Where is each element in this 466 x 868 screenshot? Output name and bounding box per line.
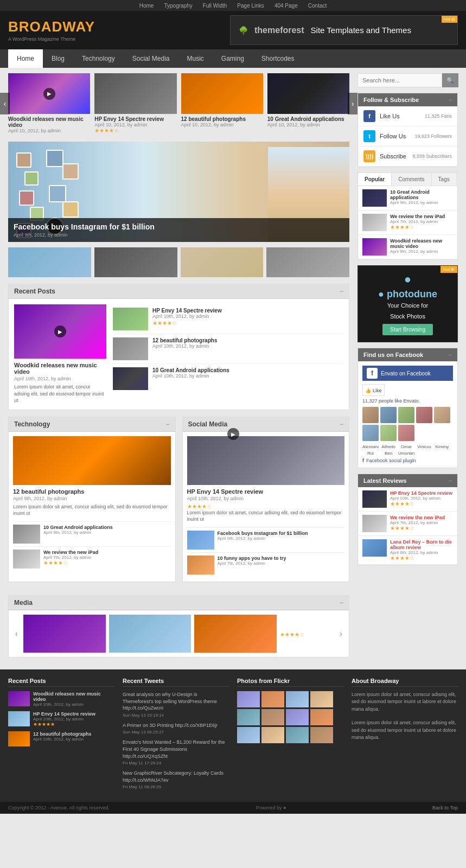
media-item-0[interactable]: ▶	[23, 615, 106, 653]
tab-popular[interactable]: Popular	[358, 173, 392, 186]
media-toggle[interactable]: −	[340, 599, 343, 607]
follow-toggle[interactable]: −	[449, 97, 452, 103]
follow-facebook[interactable]: f Like Us 11,325 Fans	[358, 106, 457, 126]
logo[interactable]: BROADWAY	[8, 18, 95, 35]
flickr-10[interactable]	[286, 727, 309, 743]
follow-subscribe-box: Follow & Subscribe − f Like Us 11,325 Fa…	[358, 93, 458, 167]
review-item-2[interactable]: Lana Del Rey – Born to die album review …	[358, 536, 457, 565]
reviews-toggle[interactable]: −	[449, 477, 452, 484]
featured-post[interactable]: Facebook buys Instagram for $1 billion A…	[8, 142, 349, 242]
search-input[interactable]	[358, 73, 442, 87]
tab-title-0: 10 Great Android applications	[390, 189, 453, 200]
rp-main-title: Woodkid releases new music video	[14, 362, 106, 375]
social-item-1[interactable]: 10 funny apps you have to try April 7th,…	[187, 552, 345, 577]
slider-prev[interactable]: ‹	[0, 93, 10, 114]
flickr-6[interactable]	[286, 709, 309, 725]
nav-shortcodes[interactable]: Shortcodes	[253, 49, 303, 68]
tech-main-title[interactable]: 12 beautiful photographs	[13, 488, 171, 495]
slider-post-1[interactable]: HP Envy 14 Spectre review April 10, 2012…	[94, 73, 176, 133]
nav-music[interactable]: Music	[178, 49, 212, 68]
search-button[interactable]: 🔍	[442, 73, 458, 87]
flickr-2[interactable]	[286, 691, 309, 707]
media-item-1[interactable]	[109, 615, 191, 653]
nav-social-media[interactable]: Social Media	[124, 49, 178, 68]
top-nav-pagelinks[interactable]: Page Links	[237, 3, 264, 9]
slider-post-0[interactable]: ▶ Woodkid releases new music video April…	[8, 73, 90, 133]
logo-wrap: BROADWAY A WordPress Magazine Theme	[8, 18, 95, 42]
social-toggle[interactable]: −	[340, 420, 343, 428]
follow-rss[interactable]: )))) Subscribe 8,558 Subscribers	[358, 146, 457, 167]
media-item-2[interactable]	[194, 615, 277, 653]
flickr-7[interactable]	[310, 709, 333, 725]
fb-plugin[interactable]: f Facebook social plugin	[362, 458, 453, 463]
flickr-8[interactable]	[237, 727, 260, 743]
rp-item-0[interactable]: HP Envy 14 Spectre review April 10th, 20…	[113, 304, 343, 334]
flickr-0[interactable]	[237, 691, 260, 707]
slider-next[interactable]: ›	[348, 93, 358, 114]
flickr-9[interactable]	[261, 727, 284, 743]
tab-meta-0: April 9th, 2012, by admin	[390, 200, 453, 205]
flickr-4[interactable]	[237, 709, 260, 725]
rp-item-2[interactable]: 10 Great Android applications April 10th…	[113, 364, 343, 393]
top-nav-typography[interactable]: Typography	[164, 3, 193, 9]
tab-item-0[interactable]: 10 Great Android applications April 9th,…	[358, 186, 457, 210]
footer-tweet-2: Envato's Most Wanted – $1,200 Reward for…	[123, 739, 229, 765]
rp-thumb-1	[113, 337, 148, 360]
photodune-ad[interactable]: Hot $! ● ● photodune Your Choice for Sto…	[358, 265, 458, 342]
fb-toggle[interactable]: −	[449, 352, 452, 358]
thumb-1[interactable]	[8, 247, 91, 277]
nav-technology[interactable]: Technology	[73, 49, 124, 68]
slider-meta-3: April 10, 2012, by admin	[267, 122, 349, 127]
thumb-2[interactable]	[94, 247, 177, 277]
footer-flickr: Photos from Flickr	[237, 678, 343, 794]
rp-item-1[interactable]: 12 beautiful photographs April 10th, 201…	[113, 334, 343, 364]
tech-toggle[interactable]: −	[165, 420, 169, 428]
footer-rp-2[interactable]: 12 beautiful photographs April 10th, 201…	[8, 731, 114, 746]
nav-home[interactable]: Home	[8, 49, 43, 68]
back-to-top[interactable]: Back to Top	[432, 805, 458, 810]
media-prev[interactable]: ‹	[13, 629, 20, 638]
social-item-0[interactable]: Facebook buys Instagram for $1 billion A…	[187, 527, 345, 552]
review-item-1[interactable]: We review the new iPad April 7th, 2012, …	[358, 512, 457, 536]
featured-meta: April 9th, 2012, by admin	[14, 232, 344, 238]
fb-name-6: Ben	[380, 451, 397, 456]
top-nav-404[interactable]: 404 Page	[275, 3, 298, 9]
footer-rp-1[interactable]: HP Envy 14 Spectre review April 10th, 20…	[8, 711, 114, 727]
thumb-4[interactable]	[266, 247, 349, 277]
fb-like-btn[interactable]: 👍 Like	[362, 384, 385, 396]
flickr-1[interactable]	[261, 691, 284, 707]
follow-twitter[interactable]: t Follow Us 19,623 Followers	[358, 126, 457, 146]
flickr-11[interactable]	[310, 727, 333, 743]
review-item-0[interactable]: HP Envy 14 Spectre review April 10th, 20…	[358, 487, 457, 512]
collage-face-3	[24, 171, 39, 186]
tab-item-2[interactable]: Woodkid releases new music video April 9…	[358, 235, 457, 259]
rp-main-post[interactable]: ▶ Woodkid releases new music video April…	[14, 304, 106, 404]
top-nav-home[interactable]: Home	[139, 3, 154, 9]
recent-posts-toggle[interactable]: −	[340, 288, 343, 295]
social-main-title[interactable]: HP Envy 14 Spectre review	[187, 488, 345, 495]
tab-item-1[interactable]: We review the new iPad April 7th, 2012, …	[358, 210, 457, 235]
slider-title-2: 12 beautiful photographs	[181, 116, 263, 122]
footer-tweet-1: A Primer on 3D Printing http://t.co/XBP1…	[123, 722, 229, 735]
tab-comments[interactable]: Comments	[392, 173, 431, 186]
flickr-3[interactable]	[310, 691, 333, 707]
tab-tags[interactable]: Tags	[432, 173, 457, 186]
tech-item-1[interactable]: We review the new iPad April 7th, 2012, …	[13, 546, 171, 571]
slider-post-2[interactable]: 12 beautiful photographs April 10, 2012,…	[181, 73, 263, 133]
nav-blog[interactable]: Blog	[43, 49, 73, 68]
media-next[interactable]: ›	[337, 629, 344, 638]
header-ad[interactable]: 🌳 themeforest Site Templates and Themes …	[230, 15, 458, 45]
header-ad-inner: 🌳 themeforest Site Templates and Themes	[239, 25, 411, 35]
top-nav-contact[interactable]: Contact	[308, 3, 327, 9]
top-nav-fullwidth[interactable]: Full Width	[203, 3, 227, 9]
slider-post-3[interactable]: 10 Great Android applications April 10, …	[267, 73, 349, 133]
pd-cta-button[interactable]: Start Browsing	[382, 324, 433, 335]
tech-item-0[interactable]: 10 Great Android applications April 9th,…	[13, 521, 171, 546]
flickr-5[interactable]	[261, 709, 284, 725]
rp-side-items: HP Envy 14 Spectre review April 10th, 20…	[113, 304, 343, 404]
tweet-text-3: New GraphicRiver Subcategory: Loyalty Ca…	[123, 770, 229, 783]
nav-gaming[interactable]: Gaming	[213, 49, 253, 68]
footer-rp-0[interactable]: Woodkid releases new music video April 1…	[8, 691, 114, 707]
footer-about-text1: Lorem ipsum dolor sit amet, conscur adis…	[352, 691, 458, 713]
thumb-3[interactable]	[181, 247, 264, 277]
